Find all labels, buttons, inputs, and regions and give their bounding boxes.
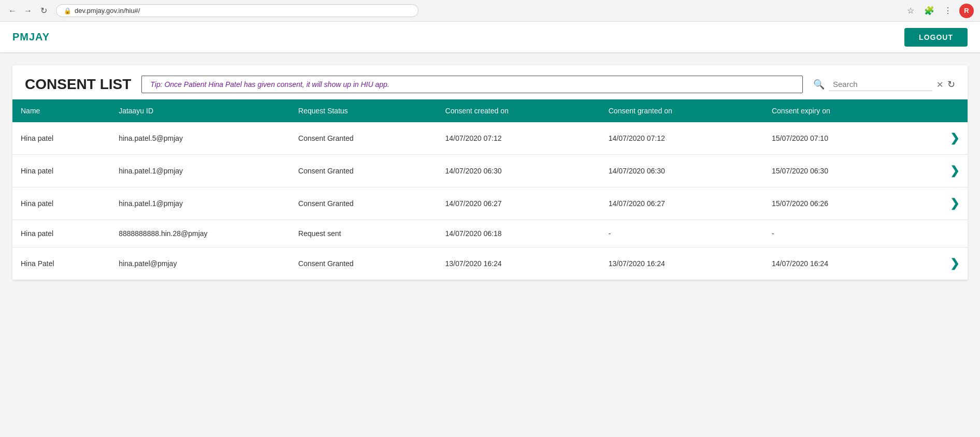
url-text: dev.pmjay.gov.in/hiu#/ xyxy=(75,7,140,14)
cell-consent-granted: - xyxy=(600,220,763,247)
cell-jataayu-id: hina.patel.1@pmjay xyxy=(110,155,290,187)
cell-jataayu-id: 8888888888.hin.28@pmjay xyxy=(110,220,290,247)
cell-request-status: Consent Granted xyxy=(290,122,437,155)
forward-button[interactable]: → xyxy=(22,5,34,17)
col-header-granted: Consent granted on xyxy=(600,99,763,122)
cell-consent-expiry: 15/07/2020 06:26 xyxy=(763,187,927,220)
reload-button[interactable]: ↻ xyxy=(37,5,50,17)
cell-request-status: Consent Granted xyxy=(290,247,437,280)
extensions-button[interactable]: 🧩 xyxy=(922,4,936,18)
star-button[interactable]: ☆ xyxy=(903,4,918,18)
cell-arrow[interactable]: ❯ xyxy=(927,155,968,187)
header-right: LOGOUT xyxy=(904,28,968,47)
cell-arrow xyxy=(927,220,968,247)
nav-buttons: ← → ↻ xyxy=(6,5,50,17)
cell-name: Hina Patel xyxy=(12,247,110,280)
cell-consent-granted: 13/07/2020 16:24 xyxy=(600,247,763,280)
table-header-row: Name Jataayu ID Request Status Consent c… xyxy=(12,99,968,122)
cell-consent-granted: 14/07/2020 06:27 xyxy=(600,187,763,220)
app-header: PMJAY LOGOUT xyxy=(0,22,980,53)
col-header-status: Request Status xyxy=(290,99,437,122)
cell-request-status: Consent Granted xyxy=(290,155,437,187)
cell-consent-granted: 14/07/2020 06:30 xyxy=(600,155,763,187)
consent-table: Name Jataayu ID Request Status Consent c… xyxy=(12,99,968,280)
cell-consent-expiry: 14/07/2020 16:24 xyxy=(763,247,927,280)
table-row[interactable]: Hina Patelhina.patel@pmjayConsent Grante… xyxy=(12,247,968,280)
cell-consent-expiry: 15/07/2020 06:30 xyxy=(763,155,927,187)
menu-button[interactable]: ⋮ xyxy=(941,4,955,18)
consent-list-card: CONSENT LIST Tip: Once Patient Hina Pate… xyxy=(12,65,968,280)
table-body: Hina patelhina.patel.5@pmjayConsent Gran… xyxy=(12,122,968,280)
col-header-expiry: Consent expiry on xyxy=(763,99,927,122)
table-row: Hina patel8888888888.hin.28@pmjayRequest… xyxy=(12,220,968,247)
col-header-action xyxy=(927,99,968,122)
search-input[interactable] xyxy=(829,78,932,91)
cell-arrow[interactable]: ❯ xyxy=(927,247,968,280)
card-header: CONSENT LIST Tip: Once Patient Hina Pate… xyxy=(12,65,968,99)
cell-name: Hina patel xyxy=(12,187,110,220)
cell-request-status: Request sent xyxy=(290,220,437,247)
cell-consent-created: 14/07/2020 06:30 xyxy=(437,155,600,187)
cell-consent-created: 14/07/2020 06:27 xyxy=(437,187,600,220)
tip-text: Tip: Once Patient Hina Patel has given c… xyxy=(150,80,389,89)
page-title: CONSENT LIST xyxy=(25,76,131,93)
col-header-jataayu: Jataayu ID xyxy=(110,99,290,122)
cell-arrow[interactable]: ❯ xyxy=(927,122,968,155)
table-row[interactable]: Hina patelhina.patel.1@pmjayConsent Gran… xyxy=(12,187,968,220)
profile-avatar[interactable]: R xyxy=(959,4,974,18)
cell-consent-expiry: 15/07/2020 07:10 xyxy=(763,122,927,155)
lock-icon: 🔒 xyxy=(64,7,71,14)
table-row[interactable]: Hina patelhina.patel.1@pmjayConsent Gran… xyxy=(12,155,968,187)
logout-button[interactable]: LOGOUT xyxy=(904,28,968,47)
cell-name: Hina patel xyxy=(12,122,110,155)
search-clear-button[interactable]: ✕ xyxy=(936,80,943,90)
cell-arrow[interactable]: ❯ xyxy=(927,187,968,220)
cell-request-status: Consent Granted xyxy=(290,187,437,220)
app-logo: PMJAY xyxy=(12,31,50,43)
main-content: CONSENT LIST Tip: Once Patient Hina Pate… xyxy=(0,53,980,293)
col-header-created: Consent created on xyxy=(437,99,600,122)
cell-name: Hina patel xyxy=(12,220,110,247)
cell-name: Hina patel xyxy=(12,155,110,187)
search-area: 🔍 ✕ ↻ xyxy=(813,78,955,91)
cell-jataayu-id: hina.patel@pmjay xyxy=(110,247,290,280)
cell-jataayu-id: hina.patel.5@pmjay xyxy=(110,122,290,155)
browser-chrome: ← → ↻ 🔒 dev.pmjay.gov.in/hiu#/ ☆ 🧩 ⋮ R xyxy=(0,0,980,22)
cell-jataayu-id: hina.patel.1@pmjay xyxy=(110,187,290,220)
cell-consent-created: 14/07/2020 07:12 xyxy=(437,122,600,155)
table-row[interactable]: Hina patelhina.patel.5@pmjayConsent Gran… xyxy=(12,122,968,155)
col-header-name: Name xyxy=(12,99,110,122)
cell-consent-expiry: - xyxy=(763,220,927,247)
cell-consent-created: 14/07/2020 06:18 xyxy=(437,220,600,247)
browser-right-controls: ☆ 🧩 ⋮ R xyxy=(903,4,974,18)
back-button[interactable]: ← xyxy=(6,5,19,17)
tip-box: Tip: Once Patient Hina Patel has given c… xyxy=(141,76,803,93)
search-refresh-button[interactable]: ↻ xyxy=(947,79,955,90)
cell-consent-created: 13/07/2020 16:24 xyxy=(437,247,600,280)
search-icon: 🔍 xyxy=(813,79,825,90)
cell-consent-granted: 14/07/2020 07:12 xyxy=(600,122,763,155)
address-bar[interactable]: 🔒 dev.pmjay.gov.in/hiu#/ xyxy=(56,4,419,17)
table-header: Name Jataayu ID Request Status Consent c… xyxy=(12,99,968,122)
